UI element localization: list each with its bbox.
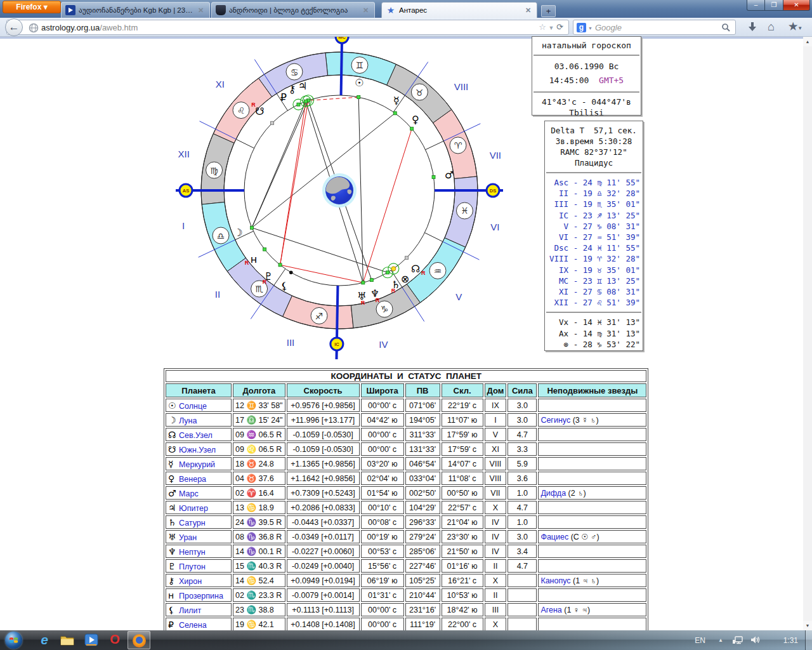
planet-name-link[interactable]: Селена	[179, 621, 207, 630]
download-icon[interactable]	[746, 20, 759, 33]
planet-row-Селена: ₽Селена19 ♋ 42.1+0.1408 [+0.1408]00°00' …	[166, 618, 646, 631]
minimize-button[interactable]: –	[747, 0, 765, 11]
search-placeholder[interactable]: Google	[595, 23, 622, 32]
cell-speed: -0.1059 [-0.0530]	[287, 442, 360, 456]
url-text[interactable]: astrology.org.ua/aweb.htm	[41, 23, 138, 32]
planet-name-link[interactable]: Меркурий	[179, 460, 215, 469]
planet-name-link[interactable]: Сатурн	[179, 519, 206, 527]
planet-name-link[interactable]: Прозерпина	[179, 592, 223, 600]
fixed-star-link[interactable]: Канопус	[540, 576, 570, 585]
bookmark-star-icon[interactable]: ☆	[539, 22, 546, 32]
cell-power: 3.3	[508, 442, 537, 456]
taskbar-clock[interactable]: 1:31	[783, 636, 798, 645]
browser-tab-2[interactable]: ანდროიდი | ბლოგი ტექნოლოგია✕	[211, 2, 375, 18]
taskbar-media-player-icon[interactable]	[84, 632, 100, 649]
planet-name-link[interactable]: Марс	[179, 489, 199, 498]
planet-row-Прозерпина: нПрозерпина02 ♏ 23.3 R-0.0079 [+0.0014]0…	[166, 588, 646, 602]
planet-glyph: ♃	[168, 503, 179, 513]
horoscope-title: натальный гороскоп	[532, 40, 641, 51]
browser-tab-1[interactable]: აუდიოჩანაწერები Kgb Kgb | 238 აუ...✕	[61, 2, 210, 18]
tray-expand-icon[interactable]: ▲	[718, 637, 723, 643]
scroll-down-arrow[interactable]: ▼	[803, 621, 812, 630]
planet-name-link[interactable]: Луна	[179, 416, 197, 425]
cell-decl: 22°19' с	[442, 399, 483, 412]
planet-name-link[interactable]: Плутон	[179, 562, 206, 571]
home-icon[interactable]: ⌂	[768, 20, 775, 34]
planet-name-link[interactable]: Нептун	[179, 548, 206, 557]
cell-house: IV	[485, 530, 507, 543]
url-dropdown-icon[interactable]: ▼	[549, 25, 554, 31]
url-bar[interactable]: astrology.org.ua/aweb.htm ☆ ▼ ⟳	[6, 20, 569, 35]
planet-name-link[interactable]: Лилит	[179, 606, 201, 615]
column-header-5: ПВ	[405, 383, 440, 397]
maximize-button[interactable]: ❐	[765, 0, 783, 11]
cell-power	[508, 603, 537, 616]
fixed-star-link[interactable]: Агена	[540, 606, 561, 614]
cell-decl: 10°53' ю	[442, 588, 483, 602]
tab-close-icon[interactable]: ✕	[198, 6, 206, 15]
taskbar-windows-explorer-icon[interactable]	[60, 632, 76, 649]
vertical-scrollbar[interactable]: ▲ ▼	[803, 37, 812, 630]
back-button[interactable]: ←	[5, 18, 23, 36]
planet-glyph: ♂	[168, 488, 179, 498]
taskbar-opera-icon[interactable]: O	[107, 632, 123, 649]
cell-house: IV	[485, 515, 507, 529]
search-box[interactable]: g ▼ Google	[573, 20, 736, 35]
cell-speed: +0.0949 [+0.0194]	[287, 574, 360, 587]
start-button[interactable]	[5, 632, 22, 649]
shield-favicon-icon	[216, 5, 226, 15]
cell-fixed-star	[538, 472, 646, 485]
zodiac-sign-glyph: ♉	[416, 88, 424, 98]
cell-speed: +1.1365 [+0.9856]	[287, 457, 360, 470]
reload-icon[interactable]: ⟳	[556, 22, 563, 32]
cell-lon: 19 ♋ 42.1	[233, 618, 285, 631]
taskbar-internet-explorer-icon[interactable]: e	[36, 632, 53, 649]
tab-close-icon[interactable]: ✕	[525, 6, 533, 15]
cell-power: 3.0	[508, 399, 537, 412]
volume-icon[interactable]	[750, 635, 761, 645]
fixed-star-link[interactable]: Фациес	[540, 533, 568, 541]
close-button[interactable]: ✕	[783, 0, 810, 11]
planet-name-link[interactable]: Уран	[179, 533, 197, 542]
fixed-star-link[interactable]: Дифда	[540, 489, 566, 498]
house-label-XI: XI	[216, 79, 225, 90]
cell-lat: 03°20' ю	[361, 457, 404, 470]
planet-row-Хирон: ⚷Хирон14 ♋ 52.4+0.0949 [+0.0194]06°19' ю…	[166, 574, 646, 587]
cell-house: X	[485, 574, 507, 587]
network-icon[interactable]	[732, 635, 743, 645]
cell-speed: +0.1408 [+0.1408]	[287, 618, 360, 631]
tab-title: Антарес	[399, 6, 523, 14]
tab-close-icon[interactable]: ✕	[363, 6, 370, 15]
fixed-star-link[interactable]: Сегинус	[540, 416, 570, 425]
cell-fixed-star	[538, 501, 646, 514]
cell-power: 4.7	[508, 501, 537, 514]
taskbar-firefox-button[interactable]	[128, 631, 150, 649]
planet-name-link[interactable]: Сев.Узел	[179, 431, 213, 440]
search-engine-dropdown-icon[interactable]: ▼	[588, 26, 593, 30]
planet-name-link[interactable]: Солнце	[179, 402, 207, 411]
cell-power	[508, 574, 537, 587]
search-icon[interactable]	[721, 23, 731, 32]
planet-row-Солнце: ☉Солнце12 ♊ 33' 58"+0.9576 [+0.9856]00°0…	[166, 399, 646, 412]
cell-pv: 296°33'	[405, 515, 440, 529]
cell-power: 1.0	[508, 515, 537, 529]
browser-tab-3[interactable]: ★Антарес✕	[381, 2, 537, 18]
planet-name-link[interactable]: Хирон	[179, 577, 202, 586]
cell-house: II	[485, 588, 507, 602]
cell-lon: 12 ♊ 33' 58"	[233, 399, 285, 412]
planet-name-link[interactable]: Юпитер	[179, 504, 208, 513]
planet-name-link[interactable]: Венера	[179, 475, 206, 484]
planet-row-Плутон: ♇Плутон15 ♏ 40.3 R-0.0249 [+0.0040]15°56…	[166, 559, 646, 573]
cell-decl: 17°59' ю	[442, 428, 483, 441]
new-tab-button[interactable]: +	[541, 5, 556, 17]
show-desktop-button[interactable]	[805, 630, 812, 650]
firefox-menu-button[interactable]: Firefox ▾	[3, 1, 61, 13]
scroll-up-arrow[interactable]: ▲	[803, 37, 812, 46]
planet-glyph-snode: ☋	[255, 105, 264, 117]
planet-name-link[interactable]: Южн.Узел	[179, 446, 216, 454]
planet-glyph: ♇	[168, 561, 179, 571]
language-indicator[interactable]: EN	[695, 636, 705, 645]
cell-power: 1.0	[508, 486, 537, 500]
bookmarks-menu-icon[interactable]: ★▼	[789, 20, 802, 32]
planet-row-Луна: ☽Луна17 ♎ 15' 24"+11.996 [+13.177]04°42'…	[166, 413, 646, 427]
